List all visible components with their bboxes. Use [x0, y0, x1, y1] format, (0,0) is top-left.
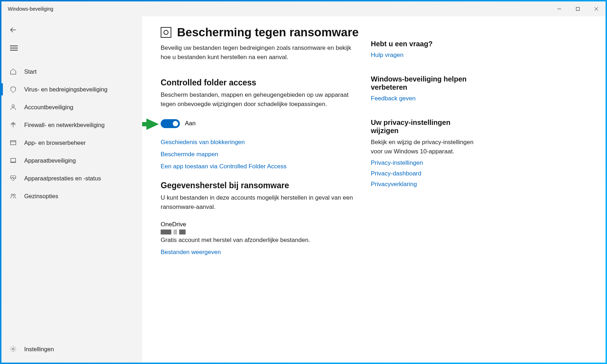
svg-rect-6 — [11, 141, 16, 145]
device-icon — [9, 157, 17, 164]
link-protected-folders[interactable]: Beschermde mappen — [161, 151, 360, 158]
home-icon — [9, 68, 17, 75]
link-get-help[interactable]: Hulp vragen — [371, 52, 478, 59]
app-window: Windows-beveiliging — [1, 1, 606, 363]
cfa-toggle[interactable] — [161, 119, 180, 128]
sidebar: Start Virus- en bedreigingsbeveiliging A… — [1, 16, 142, 363]
titlebar: Windows-beveiliging — [1, 1, 606, 16]
aside-privacy-title: Uw privacy-instellingen wijzigen — [371, 118, 478, 135]
svg-marker-14 — [146, 118, 159, 130]
sidebar-item-label: Accountbeveiliging — [24, 104, 73, 111]
link-allow-app[interactable]: Een app toestaan via Controlled Folder A… — [161, 163, 360, 170]
content-area: Bescherming tegen ransomware Beveilig uw… — [142, 16, 606, 363]
sidebar-item-label: Apparaatprestaties en -status — [24, 175, 101, 182]
page-title: Bescherming tegen ransomware — [161, 26, 360, 39]
sidebar-item-label: Apparaatbeveiliging — [24, 157, 76, 164]
link-privacy-statement[interactable]: Privacyverklaring — [371, 181, 478, 188]
link-privacy-settings[interactable]: Privacy-instellingen — [371, 159, 478, 167]
sidebar-item-start[interactable]: Start — [1, 63, 142, 80]
sidebar-item-label: Virus- en bedreigingsbeveiliging — [24, 86, 108, 93]
svg-point-10 — [11, 194, 13, 196]
sidebar-item-firewall[interactable]: Firewall- en netwerkbeveiliging — [1, 116, 142, 134]
svg-rect-8 — [11, 158, 15, 162]
sidebar-item-device-security[interactable]: Apparaatbeveiliging — [1, 152, 142, 169]
sidebar-item-label: Gezinsopties — [24, 193, 58, 200]
page-description: Beveilig uw bestanden tegen bedreigingen… — [161, 43, 360, 62]
cfa-description: Bescherm bestanden, mappen en geheugenge… — [161, 90, 360, 109]
hamburger-menu-button[interactable] — [1, 39, 142, 56]
sidebar-item-label: Start — [24, 68, 37, 75]
heart-icon — [9, 174, 17, 182]
svg-rect-1 — [576, 7, 580, 11]
svg-point-12 — [12, 348, 14, 350]
person-icon — [9, 103, 17, 111]
recovery-description: U kunt bestanden in deze accounts mogeli… — [161, 193, 360, 212]
link-privacy-dashboard[interactable]: Privacy-dashboard — [371, 170, 478, 177]
shield-icon — [9, 85, 17, 93]
cfa-title: Controlled folder access — [161, 78, 360, 88]
sidebar-item-virus-threat[interactable]: Virus- en bedreigingsbeveiliging — [1, 80, 142, 98]
sidebar-item-label: App- en browserbeheer — [24, 139, 85, 146]
sidebar-item-family[interactable]: Gezinsopties — [1, 187, 142, 205]
svg-point-11 — [14, 194, 15, 196]
aside-improve-title: Windows-beveiliging helpen verbeteren — [371, 75, 478, 91]
onedrive-title: OneDrive — [161, 221, 360, 228]
onedrive-description: Gratis account met herstel van afzonderl… — [161, 237, 360, 244]
sidebar-item-app-browser[interactable]: App- en browserbeheer — [1, 134, 142, 152]
link-view-files[interactable]: Bestanden weergeven — [161, 249, 360, 256]
maximize-button[interactable] — [569, 1, 587, 16]
sidebar-item-label: Firewall- en netwerkbeveiliging — [24, 122, 105, 128]
window-title: Windows-beveiliging — [1, 6, 53, 12]
minimize-button[interactable] — [550, 1, 569, 16]
app-icon — [9, 139, 17, 147]
family-icon — [9, 192, 17, 200]
network-icon — [9, 121, 17, 129]
annotation-arrow — [142, 117, 159, 131]
aside-question-title: Hebt u een vraag? — [371, 40, 478, 48]
sidebar-item-settings[interactable]: Instellingen — [1, 339, 142, 359]
cfa-toggle-label: Aan — [185, 120, 196, 127]
svg-point-5 — [12, 105, 15, 107]
gear-icon — [9, 345, 17, 353]
link-feedback[interactable]: Feedback geven — [371, 95, 478, 102]
sidebar-item-account[interactable]: Accountbeveiliging — [1, 98, 142, 116]
onedrive-account-redacted — [161, 230, 360, 234]
back-button[interactable] — [9, 23, 24, 37]
sidebar-item-performance[interactable]: Apparaatprestaties en -status — [1, 169, 142, 187]
sidebar-item-label: Instellingen — [24, 346, 54, 353]
recovery-title: Gegevensherstel bij ransomware — [161, 181, 360, 190]
aside-privacy-desc: Bekijk en wijzig de privacy-instellingen… — [371, 138, 478, 156]
close-button[interactable] — [587, 1, 606, 16]
link-block-history[interactable]: Geschiedenis van blokkeringen — [161, 139, 360, 146]
ransomware-icon — [161, 27, 171, 38]
